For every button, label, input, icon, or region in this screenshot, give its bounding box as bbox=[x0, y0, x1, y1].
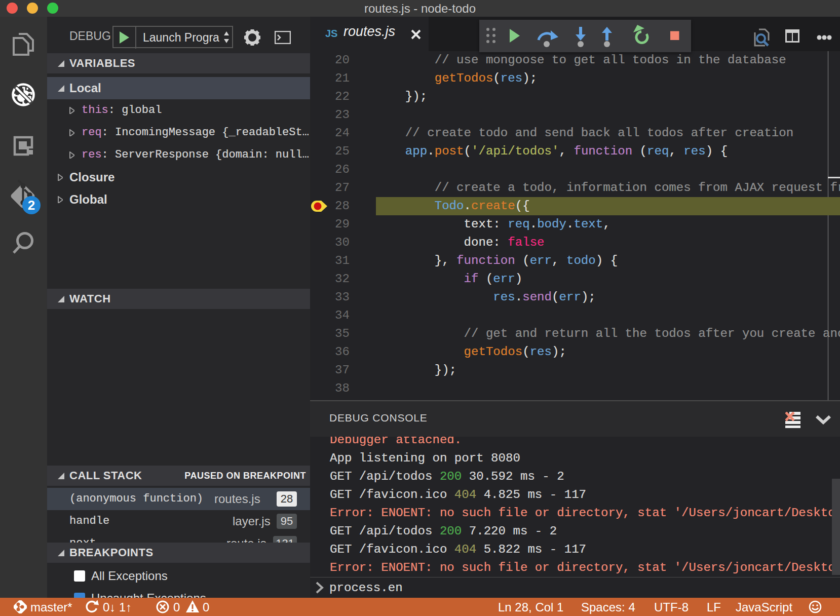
svg-text:2: 2 bbox=[28, 198, 35, 213]
